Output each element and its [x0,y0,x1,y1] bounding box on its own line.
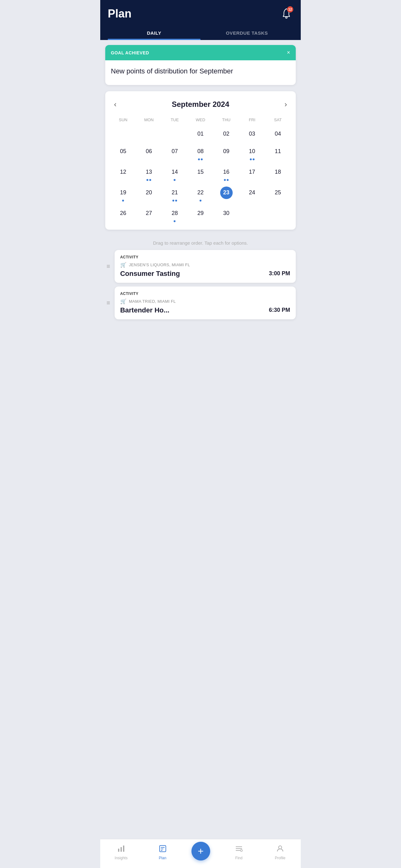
day-number: 20 [143,187,155,199]
calendar-day[interactable]: 19 [110,185,136,204]
calendar-day[interactable]: 26 [110,205,136,225]
calendar-day[interactable]: 13 [136,164,162,183]
calendar-day[interactable]: 12 [110,164,136,183]
calendar-day[interactable]: 05 [110,144,136,163]
day-header-fri: FRI [239,116,265,123]
calendar-day[interactable]: 11 [265,144,291,163]
calendar-day[interactable]: 10 [239,144,265,163]
page-title: Plan [108,7,132,20]
activity-list: ≡ ACTIVITY 🛒 JENSEN'S LIQUORS, MIAMI FL … [105,250,296,319]
main-content: GOAL ACHIEVED × New points of distributi… [100,40,301,355]
calendar-day[interactable]: 27 [136,205,162,225]
notification-button[interactable]: 12 [279,6,293,21]
activity-time-1: 3:00 PM [269,270,290,277]
calendar-day[interactable]: 06 [136,144,162,163]
store-name-1: JENSEN'S LIQUORS, MIAMI FL [129,262,190,267]
calendar-day[interactable]: 16 [213,164,239,183]
day-number: 25 [272,187,284,199]
day-number: 15 [194,166,207,178]
event-dot [172,200,174,202]
event-dot [224,179,226,181]
day-number: 04 [272,128,284,140]
day-header-thu: THU [213,116,239,123]
calendar-day[interactable]: 17 [239,164,265,183]
goal-card: GOAL ACHIEVED × New points of distributi… [105,45,296,85]
calendar-day[interactable]: 24 [239,185,265,204]
calendar-day[interactable]: 23 [213,185,239,204]
activity-time-2: 6:30 PM [269,307,290,313]
calendar-day[interactable]: 28 [162,205,188,225]
day-number [272,207,284,220]
cart-icon-2: 🛒 [120,299,127,304]
calendar-day[interactable]: 01 [188,126,213,142]
day-number: 11 [272,145,284,158]
calendar-day[interactable]: 04 [265,126,291,142]
tab-daily[interactable]: DAILY [108,26,201,40]
event-dot [227,179,229,181]
day-number: 19 [117,187,129,199]
calendar-day[interactable]: 18 [265,164,291,183]
drag-handle-2[interactable]: ≡ [105,286,111,319]
drag-handle-1[interactable]: ≡ [105,250,111,283]
calendar-month-year: September 2024 [172,100,229,109]
goal-description: New points of distribution for September [111,67,290,76]
day-number: 18 [272,166,284,178]
event-dot [250,158,252,160]
event-dot [224,200,226,202]
calendar-day[interactable]: 29 [188,205,213,225]
day-number: 22 [194,187,207,199]
goal-close-button[interactable]: × [287,50,290,56]
calendar-day[interactable]: 02 [213,126,239,142]
day-number: 12 [117,166,129,178]
day-headers: SUN MON TUE WED THU FRI SAT [110,116,291,123]
svg-point-0 [286,17,287,19]
calendar-day [265,205,291,225]
day-number: 28 [168,207,181,220]
day-number: 24 [246,187,258,199]
calendar-day[interactable]: 03 [239,126,265,142]
day-number: 09 [220,145,233,158]
calendar-day[interactable]: 21 [162,185,188,204]
tab-overdue[interactable]: OVERDUE TASKS [201,26,293,40]
calendar-prev-button[interactable]: ‹ [111,99,119,110]
event-dot [149,179,151,181]
calendar-day[interactable]: 08 [188,144,213,163]
activity-name-1: Consumer Tasting [120,270,180,278]
calendar-day[interactable]: 07 [162,144,188,163]
calendar-day[interactable]: 09 [213,144,239,163]
calendar-day [110,126,136,142]
day-number: 16 [220,166,233,178]
day-number: 21 [168,187,181,199]
store-name-2: MAMA TRIED, MIAMI FL [129,299,176,304]
event-dot [201,158,203,160]
calendar-day [239,205,265,225]
calendar-next-button[interactable]: › [282,99,290,110]
day-header-wed: WED [188,116,213,123]
event-dot [198,158,200,160]
day-header-sat: SAT [265,116,291,123]
calendar-day[interactable]: 14 [162,164,188,183]
activity-card-1[interactable]: ACTIVITY 🛒 JENSEN'S LIQUORS, MIAMI FL Co… [114,250,296,283]
event-dot [174,220,175,222]
day-number [143,128,155,140]
calendar-day[interactable]: 25 [265,185,291,204]
activity-label-2: ACTIVITY [120,291,290,296]
activity-row-1: ≡ ACTIVITY 🛒 JENSEN'S LIQUORS, MIAMI FL … [105,250,296,283]
day-number: 23 [220,187,233,199]
calendar-day[interactable]: 20 [136,185,162,204]
day-header-mon: MON [136,116,162,123]
calendar-day[interactable]: 30 [213,205,239,225]
day-number: 26 [117,207,129,220]
activity-card-2[interactable]: ACTIVITY 🛒 MAMA TRIED, MIAMI FL Bartende… [114,286,296,319]
day-number [168,128,181,140]
calendar-day[interactable]: 22 [188,185,213,204]
activity-label-1: ACTIVITY [120,255,290,259]
event-dot [174,179,175,181]
calendar-day[interactable]: 15 [188,164,213,183]
day-number: 02 [220,128,233,140]
day-header-tue: TUE [162,116,188,123]
event-dot [200,200,201,202]
day-number: 08 [194,145,207,158]
notification-badge: 12 [287,6,293,12]
day-number [117,128,129,140]
